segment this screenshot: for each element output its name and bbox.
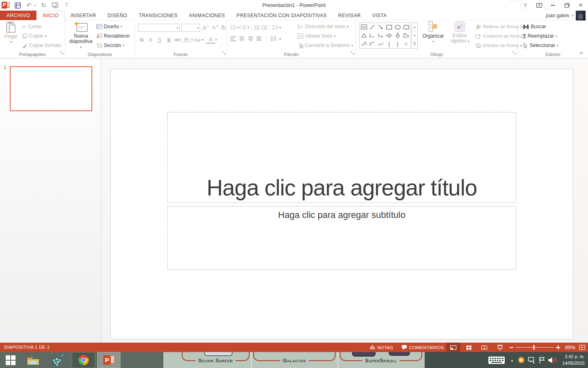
shapes-scroll-down-icon[interactable]: ▾ <box>412 31 417 40</box>
tray-app-icon[interactable] <box>517 352 525 368</box>
slide-thumbnail[interactable] <box>10 66 92 111</box>
parrafo-dialog-launcher[interactable] <box>351 49 354 56</box>
network-status-icon[interactable] <box>527 352 537 368</box>
powerpoint-taskbar-button[interactable]: P <box>97 352 120 368</box>
notes-toggle[interactable]: NOTAS <box>370 343 393 352</box>
clear-formatting-button[interactable] <box>220 23 227 32</box>
quick-styles-button[interactable]: Estilos rápidos ▾ <box>448 21 472 44</box>
shape-textbox-icon[interactable]: A <box>360 23 368 31</box>
pixel-app-button[interactable] <box>47 352 69 368</box>
zoom-slider-track[interactable] <box>516 347 553 348</box>
shape-elbow-arrow-connector-icon[interactable] <box>376 31 385 40</box>
find-button[interactable]: Buscar <box>523 22 546 31</box>
shapes-gallery-more-icon[interactable]: ▾ <box>412 40 417 48</box>
shape-fill-button[interactable]: Relleno de forma ▾ <box>475 22 522 31</box>
user-account[interactable]: juan galvis ▾ <box>546 11 586 20</box>
cut-button[interactable]: ✂ Cortar <box>22 22 42 31</box>
restore-button[interactable] <box>561 1 572 10</box>
reset-button[interactable]: Restablecer <box>96 31 130 40</box>
arrange-button[interactable]: Organizar ▾ <box>421 21 446 44</box>
shape-curve-icon[interactable] <box>376 40 385 48</box>
close-button[interactable]: × <box>575 1 586 10</box>
subtitle-placeholder[interactable]: Haga clic para agregar subtítulo <box>167 206 516 269</box>
paste-button[interactable]: Pegar ▾ <box>2 21 20 45</box>
action-center-icon[interactable] <box>537 352 546 368</box>
ribbon-display-options-button[interactable] <box>533 1 545 10</box>
italic-button[interactable]: K <box>146 37 155 43</box>
align-right-icon[interactable] <box>247 36 253 41</box>
font-name-combo[interactable]: ▾ <box>138 24 180 32</box>
line-spacing-icon[interactable] <box>272 25 278 30</box>
view-slide-sorter-button[interactable] <box>462 343 476 352</box>
tab-vista[interactable]: VISTA <box>367 11 393 20</box>
volume-muted-icon[interactable] <box>547 352 558 368</box>
tray-clock[interactable]: 3:42 p. m. 14/05/2015 <box>562 353 585 366</box>
tab-insertar[interactable]: INSERTAR <box>65 11 102 20</box>
font-color-button[interactable]: A <box>206 36 215 44</box>
touch-keyboard-button[interactable] <box>487 352 506 368</box>
fit-slide-to-window-button[interactable] <box>577 343 587 352</box>
underline-button[interactable]: S <box>155 37 164 43</box>
change-case-button[interactable]: Aa <box>193 37 202 43</box>
decrease-indent-icon[interactable] <box>254 25 260 30</box>
align-text-button[interactable]: Alinear texto ▾ <box>297 31 336 40</box>
user-avatar[interactable] <box>576 11 586 20</box>
collapse-ribbon-button[interactable] <box>579 49 584 56</box>
slide-canvas[interactable]: Haga clic para agregar título Haga clic … <box>110 69 573 339</box>
dibujo-dialog-launcher[interactable] <box>512 49 516 56</box>
font-size-combo[interactable]: ▾ <box>181 24 200 32</box>
show-hidden-icons-button[interactable]: ▴ <box>509 352 515 368</box>
character-spacing-button[interactable]: AV <box>182 37 191 42</box>
bold-button[interactable]: N <box>137 37 146 43</box>
shape-rounded-rectangle-icon[interactable] <box>402 23 410 31</box>
replace-button[interactable]: abac Reemplazar ▾ <box>523 31 557 40</box>
shrink-font-button[interactable]: A▾ <box>212 23 220 32</box>
view-slideshow-button[interactable] <box>493 343 507 352</box>
text-shadow-button[interactable]: S <box>164 37 173 43</box>
shape-star-icon[interactable]: ☆ <box>402 40 410 48</box>
title-placeholder[interactable]: Haga clic para agregar título <box>167 112 516 203</box>
shapes-scroll-up-icon[interactable]: ▴ <box>412 23 417 31</box>
help-button[interactable]: ? <box>519 1 531 10</box>
shape-right-arrow-icon[interactable] <box>385 31 394 40</box>
shape-elbow-connector-icon[interactable] <box>368 31 377 40</box>
view-normal-button[interactable] <box>446 343 460 352</box>
align-center-icon[interactable] <box>239 36 245 41</box>
minimize-button[interactable] <box>547 1 559 10</box>
fuente-dialog-launcher[interactable] <box>222 49 225 56</box>
comments-toggle[interactable]: COMENTARIOS <box>401 343 444 352</box>
bullets-icon[interactable] <box>230 25 237 30</box>
shape-triangle-icon[interactable] <box>360 31 368 40</box>
chrome-taskbar-button[interactable] <box>72 352 95 368</box>
zoom-in-button[interactable] <box>556 345 560 350</box>
tab-animaciones[interactable]: ANIMACIONES <box>183 11 231 20</box>
convert-smartart-button[interactable]: Convertir a SmartArt ▾ <box>297 41 353 50</box>
shape-arrow-icon[interactable] <box>376 23 385 31</box>
align-left-icon[interactable] <box>230 36 236 41</box>
shape-effects-button[interactable]: Efectos de forma ▾ <box>475 41 522 50</box>
shape-corner-icon[interactable] <box>402 31 410 40</box>
start-button[interactable] <box>0 352 21 368</box>
tab-revisar[interactable]: REVISAR <box>332 11 366 20</box>
tab-transiciones[interactable]: TRANSICIONES <box>133 11 183 20</box>
zoom-out-button[interactable] <box>510 347 513 348</box>
columns-icon[interactable] <box>270 36 276 41</box>
numbering-icon[interactable] <box>240 25 247 30</box>
layout-button[interactable]: Diseño ▾ <box>96 22 122 31</box>
increase-indent-icon[interactable] <box>261 25 267 30</box>
format-painter-button[interactable]: Copiar formato <box>22 41 61 50</box>
copy-button[interactable]: Copiar ▾ <box>22 31 47 40</box>
strikethrough-button[interactable]: abc <box>173 37 182 42</box>
portapapeles-dialog-launcher[interactable] <box>60 49 64 56</box>
tab-diseno[interactable]: DISEÑO <box>102 11 133 20</box>
text-direction-button[interactable]: A Dirección del texto ▾ <box>297 22 349 31</box>
section-button[interactable]: Sección ▾ <box>96 41 125 50</box>
shape-down-arrow-icon[interactable] <box>394 31 402 40</box>
tab-archivo[interactable]: ARCHIVO <box>0 11 36 20</box>
shape-scribble-icon[interactable] <box>360 40 368 48</box>
shape-arc-icon[interactable] <box>368 40 377 48</box>
view-reading-button[interactable] <box>477 343 491 352</box>
shape-right-brace-icon[interactable]: } <box>394 40 402 48</box>
tab-presentacion[interactable]: PRESENTACIÓN CON DIAPOSITIVAS <box>231 11 332 20</box>
shape-line-icon[interactable] <box>368 23 377 31</box>
